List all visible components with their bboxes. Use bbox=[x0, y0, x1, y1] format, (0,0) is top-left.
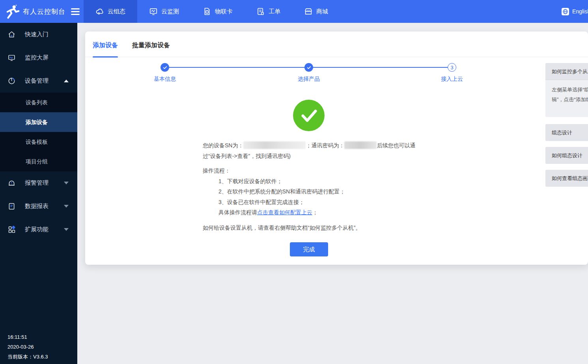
monitor-chart-icon bbox=[149, 7, 158, 16]
help-content-line2: 辑”，点击“添加组态” bbox=[552, 97, 588, 102]
logo-area: 有人云控制台 bbox=[0, 0, 84, 23]
current-date: 2020-03-26 bbox=[7, 342, 48, 352]
help-panel: 如何监控多个从机 左侧菜单选择“组态编 辑”，点击“添加组态” 组态设计 如何组… bbox=[545, 63, 588, 187]
configure-cloud-link[interactable]: 点击查看如何配置上云 bbox=[257, 209, 312, 215]
sidebar-footer: 16:11:51 2020-03-26 当前版本：V3.6.3 bbox=[7, 332, 48, 362]
device-management-submenu: 设备列表 添加设备 设备模板 项目分组 bbox=[0, 93, 77, 171]
chevron-down-icon bbox=[64, 228, 69, 231]
process-detail-line: 具体操作流程请点击查看如何配置上云； bbox=[203, 207, 345, 218]
sidebar-item-data-report[interactable]: 数据报表 bbox=[0, 195, 77, 218]
help-item-how-to-scada-design[interactable]: 如何组态设计 bbox=[545, 147, 588, 164]
nav-tab-label: 商城 bbox=[316, 8, 328, 15]
sidebar-item-label: 数据报表 bbox=[25, 202, 49, 210]
sn-prefix: 您的设备SN为： bbox=[203, 142, 243, 149]
main-content-card: 添加设备 批量添加设备 3 基本信息 选择产品 接入上云 您的设备SN为：；通讯… bbox=[85, 32, 588, 265]
sim-card-icon bbox=[203, 7, 211, 16]
sidebar-item-label: 监控大屏 bbox=[25, 54, 49, 61]
process-steps: 操作流程： 1、下载对应设备的软件； 2、在软件中把系统分配的SN和通讯密码进行… bbox=[203, 165, 345, 218]
chevron-up-icon bbox=[64, 80, 69, 82]
redacted-password-value bbox=[344, 141, 377, 149]
process-step-3: 3、设备已在软件中配置完成连接； bbox=[203, 197, 345, 208]
finish-button[interactable]: 完成 bbox=[290, 242, 328, 256]
help-accordion-content: 左侧菜单选择“组态编 辑”，点击“添加组态” bbox=[545, 80, 588, 117]
help-item-scada-design[interactable]: 组态设计 bbox=[545, 124, 588, 141]
detail-suffix: ； bbox=[312, 209, 318, 215]
redacted-sn-value bbox=[243, 141, 306, 149]
help-accordion-monitor-slaves[interactable]: 如何监控多个从机 bbox=[545, 63, 588, 80]
usr-logo-icon bbox=[5, 4, 20, 19]
sidebar-item-label: 设备管理 bbox=[25, 77, 49, 85]
sidebar-item-label: 扩展功能 bbox=[25, 226, 49, 233]
home-icon bbox=[7, 30, 16, 39]
chevron-down-icon bbox=[64, 182, 69, 184]
extension-grid-icon bbox=[7, 225, 16, 234]
nav-tab-label: 云组态 bbox=[108, 8, 125, 15]
nav-tab-store[interactable]: 商城 bbox=[292, 0, 340, 23]
sidebar-item-quick-start[interactable]: 快速入门 bbox=[0, 23, 77, 46]
nav-tab-label: 物联卡 bbox=[215, 8, 233, 15]
result-suffix: 后续您也可以通 bbox=[377, 142, 415, 149]
store-icon bbox=[304, 7, 313, 16]
sidebar-subitem-project-group[interactable]: 项目分组 bbox=[0, 152, 77, 171]
step-2-done-icon bbox=[304, 63, 313, 72]
screen-icon bbox=[7, 54, 16, 62]
cloud-icon bbox=[95, 7, 104, 16]
stepper: 3 基本信息 选择产品 接入上云 bbox=[85, 32, 588, 87]
nav-tab-label: 云监测 bbox=[161, 8, 179, 15]
language-label: English bbox=[572, 8, 588, 15]
sidebar-subitem-device-template[interactable]: 设备模板 bbox=[0, 132, 77, 152]
work-order-icon bbox=[256, 7, 265, 16]
top-nav: 有人云控制台 云组态 云监测 bbox=[0, 0, 588, 23]
chevron-down-icon bbox=[64, 205, 69, 208]
sidebar-item-label: 快速入门 bbox=[25, 31, 49, 38]
globe-icon bbox=[562, 8, 569, 15]
menu-toggle-icon[interactable] bbox=[71, 7, 80, 17]
top-nav-tabs: 云组态 云监测 物联卡 bbox=[84, 0, 340, 23]
report-icon bbox=[7, 202, 16, 210]
current-time: 16:11:51 bbox=[7, 332, 48, 342]
step-3-label: 接入上云 bbox=[428, 76, 476, 83]
step-1-label: 基本信息 bbox=[141, 76, 189, 83]
sidebar-subitem-device-list[interactable]: 设备列表 bbox=[0, 93, 77, 112]
process-step-2: 2、在软件中把系统分配的SN和通讯密码进行配置； bbox=[203, 186, 345, 197]
app-title: 有人云控制台 bbox=[23, 7, 65, 16]
detail-prefix: 具体操作流程请 bbox=[218, 209, 257, 215]
nav-tab-work-order[interactable]: 工单 bbox=[245, 0, 292, 23]
nav-tab-label: 工单 bbox=[269, 8, 280, 15]
sidebar-item-device-management[interactable]: 设备管理 bbox=[0, 69, 77, 93]
password-prefix: ；通讯密码为： bbox=[306, 142, 344, 149]
sidebar-item-extensions[interactable]: 扩展功能 bbox=[0, 218, 77, 241]
sidebar-item-monitor-screen[interactable]: 监控大屏 bbox=[0, 46, 77, 69]
nav-tab-cloud-scada[interactable]: 云组态 bbox=[84, 0, 137, 23]
step-2-label: 选择产品 bbox=[285, 76, 332, 83]
sidebar-subitem-add-device[interactable]: 添加设备 bbox=[0, 112, 77, 132]
step-1-done-icon bbox=[161, 63, 169, 72]
nav-tab-iot-card[interactable]: 物联卡 bbox=[191, 0, 245, 23]
pie-chart-icon bbox=[7, 77, 16, 85]
sidebar-item-label: 报警管理 bbox=[25, 179, 49, 187]
process-title: 操作流程： bbox=[203, 165, 345, 176]
step-3-current-icon: 3 bbox=[448, 63, 456, 72]
help-item-view-scada-screen[interactable]: 如何查看组态画面 bbox=[545, 170, 588, 187]
process-step-1: 1、下载对应设备的软件； bbox=[203, 176, 345, 187]
slave-device-note: 如何给设备设置从机，请查看右侧帮助文档“如何监控多个从机”。 bbox=[203, 225, 361, 232]
help-content-line1: 左侧菜单选择“组态编 bbox=[552, 87, 588, 93]
alarm-bell-icon bbox=[7, 179, 16, 187]
nav-tab-cloud-monitor[interactable]: 云监测 bbox=[137, 0, 191, 23]
result-line2: 过“设备列表->查看”，找到通讯密码) bbox=[203, 153, 291, 159]
device-result-text: 您的设备SN为：；通讯密码为：后续您也可以通 过“设备列表->查看”，找到通讯密… bbox=[203, 140, 424, 162]
language-switcher[interactable]: English bbox=[562, 0, 588, 23]
version-label: 当前版本：V3.6.3 bbox=[7, 352, 48, 362]
sidebar-item-alarm-management[interactable]: 报警管理 bbox=[0, 171, 77, 195]
sidebar: 快速入门 监控大屏 设备管理 设备列表 添加设备 设备模板 项目分组 bbox=[0, 23, 77, 364]
success-check-icon bbox=[293, 100, 325, 133]
